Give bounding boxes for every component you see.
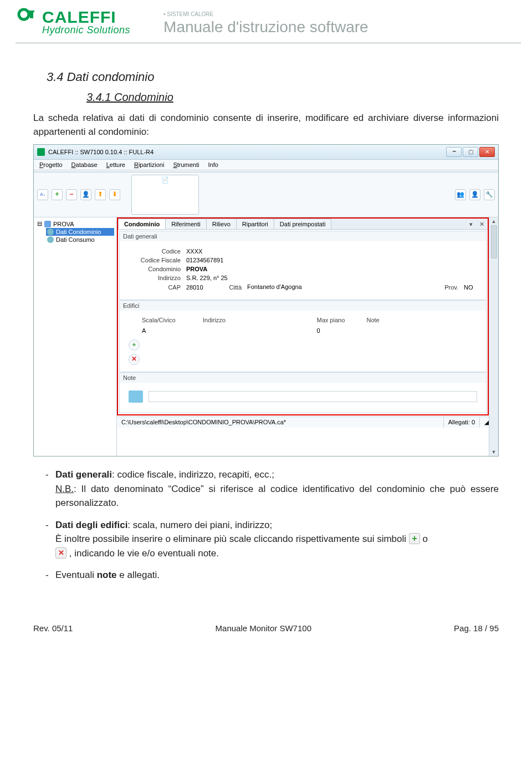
svg-rect-1: [30, 12, 33, 18]
tree-dati-condominio[interactable]: Dati Condominio: [46, 228, 114, 236]
tool-group-icon[interactable]: [455, 189, 466, 200]
section-edifici: Edifici: [119, 300, 487, 311]
menu-letture[interactable]: Letture: [106, 161, 125, 168]
menu-database[interactable]: Database: [71, 161, 98, 168]
menu-progetto[interactable]: Progetto: [39, 161, 63, 168]
tool-down-icon[interactable]: [109, 189, 120, 200]
svg-point-0: [19, 9, 29, 19]
tool-up-icon[interactable]: [95, 189, 106, 200]
tool-remove-icon[interactable]: [66, 189, 77, 200]
footer-page: Pag. 18 / 95: [454, 623, 499, 633]
note-folder-icon[interactable]: [129, 390, 143, 403]
tool-settings-icon[interactable]: [484, 189, 495, 200]
value-condominio[interactable]: PROVA: [186, 266, 207, 272]
cell-maxpiano: 0: [317, 327, 367, 334]
highlighted-region: Condominio Riferimenti Rilievo Ripartito…: [117, 217, 489, 415]
edifici-delete-icon[interactable]: [129, 354, 140, 365]
menu-strumenti[interactable]: Strumenti: [173, 161, 199, 168]
footer-title: Manuale Monitor SW7100: [216, 623, 311, 633]
tool-user2-icon[interactable]: [469, 189, 480, 200]
leaf-icon: [47, 236, 54, 243]
edifici-table-row[interactable]: A 0: [125, 326, 480, 337]
label-cap: CAP: [125, 284, 181, 291]
label-prov: Prov.: [436, 284, 458, 291]
tab-close-icon[interactable]: ✕: [476, 220, 488, 229]
scroll-down-icon[interactable]: ▼: [492, 449, 497, 455]
tab-strip: Condominio Riferimenti Rilievo Ripartito…: [118, 219, 488, 230]
page-footer: Rev. 05/11 Manuale Monitor SW7100 Pag. 1…: [0, 612, 532, 648]
page-header: CALEFFI Hydronic Solutions • SISTEMI CAL…: [0, 0, 532, 40]
page-title: Manuale d'istruzione software: [163, 18, 521, 36]
value-codice[interactable]: XXXX: [186, 248, 202, 255]
app-icon: [37, 148, 45, 156]
logo-overline: • SISTEMI CALORE: [163, 11, 521, 17]
statusbar: C:\Users\caleffi\Desktop\CONDOMINIO_PROV…: [117, 417, 489, 428]
add-icon: [409, 533, 420, 544]
section-dati-generali: Dati generali: [119, 231, 487, 241]
tree-panel: ⊟PROVA Dati Condominio Dati Consumo: [34, 217, 117, 456]
menubar: Progetto Database Letture Ripartizioni S…: [34, 160, 498, 170]
section-note: Note: [119, 372, 487, 383]
tab-riferimenti[interactable]: Riferimenti: [165, 219, 207, 229]
window-titlebar: CALEFFI :: SW7100 0.10.4 :: FULL-R4: [34, 145, 498, 160]
bullet-dati-generali: Dati generali: codice fiscale, indirizzo…: [45, 468, 499, 510]
close-button[interactable]: [479, 147, 495, 157]
logo-subtitle: Hydronic Solutions: [42, 24, 130, 36]
tab-ripartitori[interactable]: Ripartitori: [236, 219, 274, 229]
leaf-icon: [47, 229, 54, 235]
value-citta[interactable]: Fontaneto d'Agogna: [247, 283, 431, 291]
label-cf: Codice Fiscale: [125, 257, 181, 263]
bullet-dati-edifici: Dati degli edifici: scala, numero dei pi…: [45, 518, 499, 561]
col-note: Note: [367, 317, 481, 323]
status-allegati: Allegati: 0: [444, 417, 480, 428]
folder-icon: [44, 221, 51, 227]
bullet-note: Eventuali note e allegati.: [45, 568, 499, 582]
value-indirizzo[interactable]: S.R. 229, n° 25: [186, 275, 228, 281]
menu-ripartizioni[interactable]: Ripartizioni: [134, 161, 164, 168]
label-codice: Codice: [125, 248, 181, 255]
footer-rev: Rev. 05/11: [33, 623, 73, 633]
vertical-scrollbar[interactable]: ▲ ▼: [489, 217, 498, 456]
tool-add-icon[interactable]: [52, 189, 63, 200]
note-input[interactable]: [149, 391, 477, 402]
label-indirizzo: Indirizzo: [125, 275, 181, 281]
col-maxpiano: Max piano: [317, 317, 367, 323]
tree-root[interactable]: ⊟PROVA: [36, 220, 114, 228]
minimize-button[interactable]: [446, 147, 462, 157]
app-screenshot: CALEFFI :: SW7100 0.10.4 :: FULL-R4 Prog…: [33, 144, 499, 456]
document-body: 3.4 Dati condominio 3.4.1 Condominio La …: [0, 43, 532, 612]
resize-grip-icon[interactable]: ◢: [480, 417, 489, 428]
svg-rect-2: [29, 11, 34, 12]
edifici-add-icon[interactable]: [129, 339, 140, 351]
maximize-button[interactable]: [463, 147, 478, 157]
edifici-table-header: Scala/Civico Indirizzo Max piano Note: [125, 315, 480, 326]
bullet-list: Dati generali: codice fiscale, indirizzo…: [45, 468, 499, 582]
scroll-up-icon[interactable]: ▲: [492, 219, 497, 224]
window-title: CALEFFI :: SW7100 0.10.4 :: FULL-R4: [48, 149, 154, 155]
delete-icon: [55, 547, 66, 559]
heading-3-4: 3.4 Dati condominio: [47, 70, 499, 84]
tab-menu-icon[interactable]: ▾: [466, 220, 476, 229]
value-cf[interactable]: 01234567891: [186, 257, 223, 263]
value-cap[interactable]: 28010: [186, 284, 214, 291]
logo-mark-icon: [16, 8, 40, 32]
toolbar: [34, 173, 498, 217]
tool-user-icon[interactable]: [80, 189, 91, 200]
cell-scala: A: [142, 327, 203, 334]
status-path: C:\Users\caleffi\Desktop\CONDOMINIO_PROV…: [117, 417, 444, 428]
tab-dati-preimpostati[interactable]: Dati preimpostati: [274, 219, 332, 229]
tab-condominio[interactable]: Condominio: [118, 219, 166, 229]
scroll-thumb[interactable]: [491, 225, 497, 258]
tab-rilievo[interactable]: Rilievo: [206, 219, 237, 229]
col-scala: Scala/Civico: [142, 317, 203, 323]
logo-name: CALEFFI: [42, 8, 130, 27]
value-prov[interactable]: NO: [464, 284, 480, 291]
col-indirizzo: Indirizzo: [203, 317, 317, 323]
label-condominio: Condominio: [125, 266, 181, 272]
tree-dati-consumo[interactable]: Dati Consumo: [46, 236, 114, 244]
tool-sort-icon[interactable]: [37, 189, 48, 200]
menu-info[interactable]: Info: [208, 161, 218, 168]
logo: CALEFFI Hydronic Solutions: [16, 8, 130, 36]
tool-doc-icon[interactable]: [131, 175, 199, 215]
intro-paragraph: La scheda relativa ai dati di condominio…: [33, 111, 499, 139]
